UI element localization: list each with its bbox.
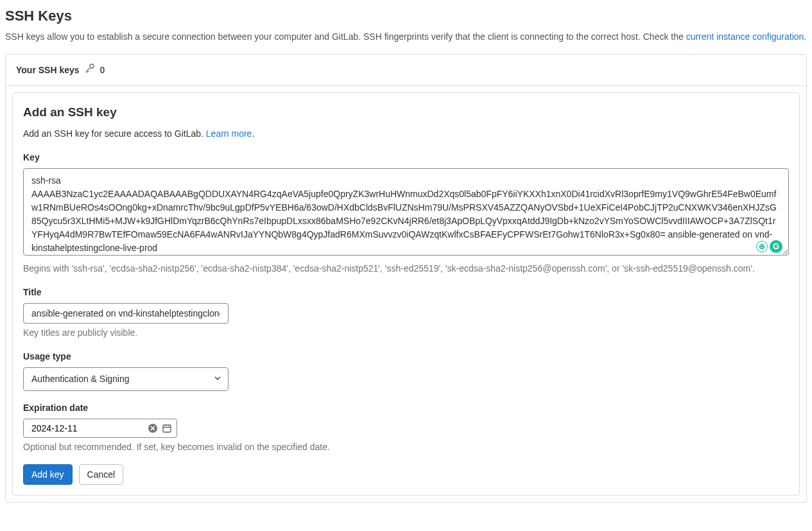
add-key-button[interactable]: Add key (23, 464, 73, 485)
svg-rect-2 (163, 425, 171, 432)
learn-more-link[interactable]: Learn more (206, 128, 252, 139)
key-icon (85, 63, 95, 77)
intro-text: SSH keys allow you to establish a secure… (5, 31, 686, 42)
page-intro: SSH keys allow you to establish a secure… (5, 30, 807, 44)
page-title: SSH Keys (5, 5, 807, 26)
panel-header: Your SSH keys 0 (6, 55, 806, 86)
grammarly-widget[interactable]: ⊕ G (756, 240, 782, 253)
usage-type-label: Usage type (23, 350, 789, 363)
calendar-icon[interactable] (162, 423, 172, 433)
chevron-down-icon (214, 372, 221, 386)
usage-type-value: Authentication & Signing (31, 372, 130, 386)
expiration-label: Expiration date (23, 401, 789, 415)
title-help-text: Key titles are publicly visible. (23, 326, 789, 340)
key-label: Key (23, 151, 789, 164)
grammarly-add-icon[interactable]: ⊕ (756, 241, 768, 252)
key-textarea[interactable] (23, 168, 789, 256)
expiration-date-field[interactable] (23, 419, 177, 438)
panel-header-label: Your SSH keys (16, 64, 80, 77)
svg-point-0 (90, 64, 94, 68)
form-intro-suffix: . (252, 128, 254, 139)
expiration-date-input[interactable] (31, 423, 144, 433)
intro-suffix: . (804, 31, 806, 42)
grammarly-icon[interactable]: G (770, 240, 782, 253)
add-key-form: Add an SSH key Add an SSH key for secure… (12, 92, 800, 496)
instance-config-link[interactable]: current instance configuration (686, 31, 804, 42)
key-help-text: Begins with 'ssh-rsa', 'ecdsa-sha2-nistp… (23, 262, 789, 275)
clear-date-button[interactable] (148, 423, 158, 433)
expiration-help-text: Optional but recommended. If set, key be… (23, 440, 789, 454)
ssh-keys-panel: Your SSH keys 0 Add an SSH key Add an SS… (5, 54, 807, 503)
title-input[interactable] (23, 303, 229, 324)
key-count: 0 (100, 64, 105, 77)
title-label: Title (23, 286, 789, 299)
usage-type-select[interactable]: Authentication & Signing (23, 367, 229, 391)
cancel-button[interactable]: Cancel (79, 464, 124, 485)
form-intro-text: Add an SSH key for secure access to GitL… (23, 128, 206, 139)
form-title: Add an SSH key (23, 103, 789, 122)
form-intro: Add an SSH key for secure access to GitL… (23, 127, 789, 141)
